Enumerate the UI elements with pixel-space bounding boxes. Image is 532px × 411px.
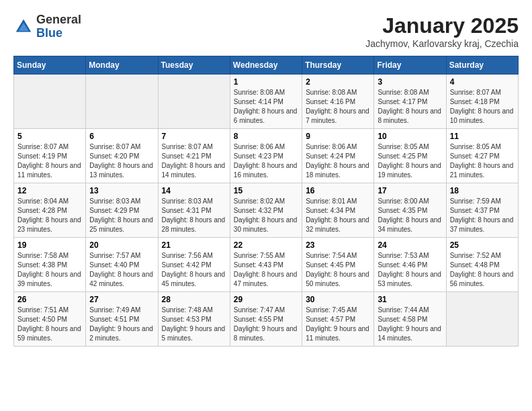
day-number: 21 (162, 240, 226, 250)
day-content: Sunrise: 8:07 AM Sunset: 4:18 PM Dayligh… (450, 88, 515, 126)
day-number: 27 (89, 295, 154, 304)
header-day-saturday: Saturday (446, 56, 518, 75)
day-content: Sunrise: 7:58 AM Sunset: 4:38 PM Dayligh… (17, 251, 82, 289)
calendar-cell: 10Sunrise: 8:05 AM Sunset: 4:25 PM Dayli… (374, 129, 446, 183)
day-number: 13 (89, 186, 154, 195)
day-number: 5 (17, 132, 82, 141)
day-number: 22 (234, 240, 298, 250)
calendar-cell: 6Sunrise: 8:07 AM Sunset: 4:20 PM Daylig… (86, 129, 158, 183)
calendar-cell (446, 292, 518, 347)
calendar-header: SundayMondayTuesdayWednesdayThursdayFrid… (14, 56, 519, 75)
day-number: 1 (234, 77, 298, 87)
day-content: Sunrise: 8:05 AM Sunset: 4:27 PM Dayligh… (450, 142, 515, 180)
header-day-tuesday: Tuesday (158, 56, 230, 75)
header-day-wednesday: Wednesday (230, 56, 302, 75)
logo-text: General Blue (36, 13, 81, 40)
calendar-cell: 19Sunrise: 7:58 AM Sunset: 4:38 PM Dayli… (14, 238, 86, 292)
day-number: 3 (378, 77, 442, 87)
calendar-cell: 22Sunrise: 7:55 AM Sunset: 4:43 PM Dayli… (230, 238, 302, 292)
day-number: 18 (450, 186, 515, 195)
day-number: 19 (17, 240, 82, 250)
calendar-cell: 16Sunrise: 8:01 AM Sunset: 4:34 PM Dayli… (302, 183, 374, 238)
day-content: Sunrise: 8:06 AM Sunset: 4:24 PM Dayligh… (306, 142, 370, 180)
calendar-cell (158, 75, 230, 129)
day-content: Sunrise: 8:07 AM Sunset: 4:21 PM Dayligh… (162, 142, 226, 180)
day-number: 24 (378, 240, 442, 250)
day-number: 14 (162, 186, 226, 195)
header-day-monday: Monday (86, 56, 158, 75)
day-number: 11 (450, 132, 515, 141)
day-content: Sunrise: 8:02 AM Sunset: 4:32 PM Dayligh… (234, 197, 298, 234)
calendar-cell: 21Sunrise: 7:56 AM Sunset: 4:42 PM Dayli… (158, 238, 230, 292)
logo: General Blue (13, 13, 81, 40)
calendar-cell: 12Sunrise: 8:04 AM Sunset: 4:28 PM Dayli… (14, 183, 86, 238)
calendar-cell: 15Sunrise: 8:02 AM Sunset: 4:32 PM Dayli… (230, 183, 302, 238)
calendar-cell (86, 75, 158, 129)
calendar-cell: 28Sunrise: 7:48 AM Sunset: 4:53 PM Dayli… (158, 292, 230, 347)
day-number: 6 (89, 132, 154, 141)
calendar-week-4: 19Sunrise: 7:58 AM Sunset: 4:38 PM Dayli… (14, 238, 519, 292)
calendar-cell: 2Sunrise: 8:08 AM Sunset: 4:16 PM Daylig… (302, 75, 374, 129)
calendar-week-3: 12Sunrise: 8:04 AM Sunset: 4:28 PM Dayli… (14, 183, 519, 238)
day-number: 9 (306, 132, 370, 141)
calendar-week-2: 5Sunrise: 8:07 AM Sunset: 4:19 PM Daylig… (14, 129, 519, 183)
calendar-subtitle: Jachymov, Karlovarsky kraj, Czechia (365, 38, 519, 49)
calendar-cell: 4Sunrise: 8:07 AM Sunset: 4:18 PM Daylig… (446, 75, 518, 129)
calendar-cell: 8Sunrise: 8:06 AM Sunset: 4:23 PM Daylig… (230, 129, 302, 183)
header-day-sunday: Sunday (14, 56, 86, 75)
title-block: January 2025 Jachymov, Karlovarsky kraj,… (365, 13, 519, 49)
day-content: Sunrise: 8:04 AM Sunset: 4:28 PM Dayligh… (17, 197, 82, 234)
day-content: Sunrise: 7:45 AM Sunset: 4:57 PM Dayligh… (306, 306, 370, 343)
header-day-thursday: Thursday (302, 56, 374, 75)
day-content: Sunrise: 8:03 AM Sunset: 4:31 PM Dayligh… (162, 197, 226, 234)
logo-blue: Blue (36, 27, 81, 40)
day-number: 20 (89, 240, 154, 250)
calendar-cell (14, 75, 86, 129)
day-content: Sunrise: 7:57 AM Sunset: 4:40 PM Dayligh… (89, 251, 154, 289)
day-number: 15 (234, 186, 298, 195)
header-row: SundayMondayTuesdayWednesdayThursdayFrid… (14, 56, 519, 75)
day-content: Sunrise: 8:07 AM Sunset: 4:19 PM Dayligh… (17, 142, 82, 180)
day-content: Sunrise: 7:52 AM Sunset: 4:48 PM Dayligh… (450, 251, 515, 289)
calendar-body: 1Sunrise: 8:08 AM Sunset: 4:14 PM Daylig… (14, 75, 519, 347)
logo-icon (13, 17, 34, 37)
calendar-cell: 7Sunrise: 8:07 AM Sunset: 4:21 PM Daylig… (158, 129, 230, 183)
day-content: Sunrise: 8:08 AM Sunset: 4:14 PM Dayligh… (234, 88, 298, 126)
calendar-cell: 5Sunrise: 8:07 AM Sunset: 4:19 PM Daylig… (14, 129, 86, 183)
calendar-cell: 1Sunrise: 8:08 AM Sunset: 4:14 PM Daylig… (230, 75, 302, 129)
day-content: Sunrise: 7:48 AM Sunset: 4:53 PM Dayligh… (162, 306, 226, 343)
day-number: 16 (306, 186, 370, 195)
calendar-week-1: 1Sunrise: 8:08 AM Sunset: 4:14 PM Daylig… (14, 75, 519, 129)
calendar-cell: 31Sunrise: 7:44 AM Sunset: 4:58 PM Dayli… (374, 292, 446, 347)
calendar-cell: 17Sunrise: 8:00 AM Sunset: 4:35 PM Dayli… (374, 183, 446, 238)
day-number: 30 (306, 295, 370, 304)
calendar-title: January 2025 (365, 13, 519, 38)
calendar-week-5: 26Sunrise: 7:51 AM Sunset: 4:50 PM Dayli… (14, 292, 519, 347)
day-number: 12 (17, 186, 82, 195)
day-content: Sunrise: 8:06 AM Sunset: 4:23 PM Dayligh… (234, 142, 298, 180)
day-number: 17 (378, 186, 442, 195)
day-number: 7 (162, 132, 226, 141)
logo-general: General (36, 13, 81, 27)
day-number: 28 (162, 295, 226, 304)
calendar-cell: 30Sunrise: 7:45 AM Sunset: 4:57 PM Dayli… (302, 292, 374, 347)
calendar-cell: 26Sunrise: 7:51 AM Sunset: 4:50 PM Dayli… (14, 292, 86, 347)
day-number: 8 (234, 132, 298, 141)
calendar-cell: 14Sunrise: 8:03 AM Sunset: 4:31 PM Dayli… (158, 183, 230, 238)
calendar-cell: 29Sunrise: 7:47 AM Sunset: 4:55 PM Dayli… (230, 292, 302, 347)
calendar-cell: 18Sunrise: 7:59 AM Sunset: 4:37 PM Dayli… (446, 183, 518, 238)
day-content: Sunrise: 8:01 AM Sunset: 4:34 PM Dayligh… (306, 197, 370, 234)
day-content: Sunrise: 7:47 AM Sunset: 4:55 PM Dayligh… (234, 306, 298, 343)
day-content: Sunrise: 8:03 AM Sunset: 4:29 PM Dayligh… (89, 197, 154, 234)
day-content: Sunrise: 7:49 AM Sunset: 4:51 PM Dayligh… (89, 306, 154, 343)
day-content: Sunrise: 7:54 AM Sunset: 4:45 PM Dayligh… (306, 251, 370, 289)
calendar-cell: 3Sunrise: 8:08 AM Sunset: 4:17 PM Daylig… (374, 75, 446, 129)
day-content: Sunrise: 8:08 AM Sunset: 4:16 PM Dayligh… (306, 88, 370, 126)
calendar-cell: 20Sunrise: 7:57 AM Sunset: 4:40 PM Dayli… (86, 238, 158, 292)
day-number: 25 (450, 240, 515, 250)
day-content: Sunrise: 7:56 AM Sunset: 4:42 PM Dayligh… (162, 251, 226, 289)
calendar-cell: 11Sunrise: 8:05 AM Sunset: 4:27 PM Dayli… (446, 129, 518, 183)
day-content: Sunrise: 7:55 AM Sunset: 4:43 PM Dayligh… (234, 251, 298, 289)
day-content: Sunrise: 7:51 AM Sunset: 4:50 PM Dayligh… (17, 306, 82, 343)
day-number: 23 (306, 240, 370, 250)
